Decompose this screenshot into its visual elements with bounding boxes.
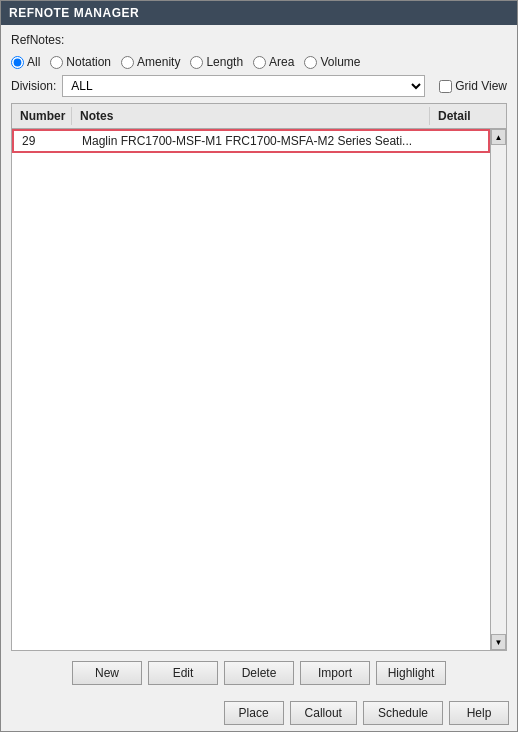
division-label: Division: [11,79,56,93]
grid-view-checkbox[interactable] [439,80,452,93]
division-row: Division: ALL Grid View [11,75,507,97]
edit-button[interactable]: Edit [148,661,218,685]
radio-row: All Notation Amenity Length Area Volume [11,55,507,69]
cell-detail [428,138,488,144]
data-table: Number Notes Detail 29 Maglin FRC1700-MS… [11,103,507,651]
new-button[interactable]: New [72,661,142,685]
action-buttons: Place Callout Schedule Help [1,697,517,731]
col-header-detail: Detail [430,107,490,125]
col-header-number: Number [12,107,72,125]
bottom-buttons: New Edit Delete Import Highlight [11,657,507,689]
radio-notation[interactable]: Notation [50,55,111,69]
radio-all-label: All [27,55,40,69]
radio-all[interactable]: All [11,55,40,69]
radio-volume-label: Volume [320,55,360,69]
window-title: REFNOTE MANAGER [9,6,139,20]
radio-length[interactable]: Length [190,55,243,69]
title-bar: REFNOTE MANAGER [1,1,517,25]
scroll-up-btn[interactable]: ▲ [491,129,506,145]
radio-notation-label: Notation [66,55,111,69]
delete-button[interactable]: Delete [224,661,294,685]
highlight-button[interactable]: Highlight [376,661,446,685]
radio-amenity[interactable]: Amenity [121,55,180,69]
place-button[interactable]: Place [224,701,284,725]
table-body: 29 Maglin FRC1700-MSF-M1 FRC1700-MSFA-M2… [12,129,490,650]
refnote-manager-window: REFNOTE MANAGER RefNotes: All Notation A… [0,0,518,732]
cell-notes: Maglin FRC1700-MSF-M1 FRC1700-MSFA-M2 Se… [74,131,428,151]
import-button[interactable]: Import [300,661,370,685]
col-header-notes: Notes [72,107,430,125]
refnotes-label: RefNotes: [11,33,507,47]
table-scroll-wrapper: 29 Maglin FRC1700-MSF-M1 FRC1700-MSFA-M2… [12,129,506,650]
radio-volume[interactable]: Volume [304,55,360,69]
vertical-scrollbar[interactable]: ▲ ▼ [490,129,506,650]
callout-button[interactable]: Callout [290,701,357,725]
grid-view-checkbox-group[interactable]: Grid View [439,79,507,93]
division-select[interactable]: ALL [62,75,425,97]
scroll-track [491,145,506,634]
radio-amenity-label: Amenity [137,55,180,69]
radio-length-label: Length [206,55,243,69]
table-header: Number Notes Detail [12,104,506,129]
cell-number: 29 [14,131,74,151]
table-row[interactable]: 29 Maglin FRC1700-MSF-M1 FRC1700-MSFA-M2… [12,129,490,153]
grid-view-label: Grid View [455,79,507,93]
schedule-button[interactable]: Schedule [363,701,443,725]
radio-area[interactable]: Area [253,55,294,69]
help-button[interactable]: Help [449,701,509,725]
radio-area-label: Area [269,55,294,69]
main-content: RefNotes: All Notation Amenity Length Ar… [1,25,517,697]
scroll-down-btn[interactable]: ▼ [491,634,506,650]
